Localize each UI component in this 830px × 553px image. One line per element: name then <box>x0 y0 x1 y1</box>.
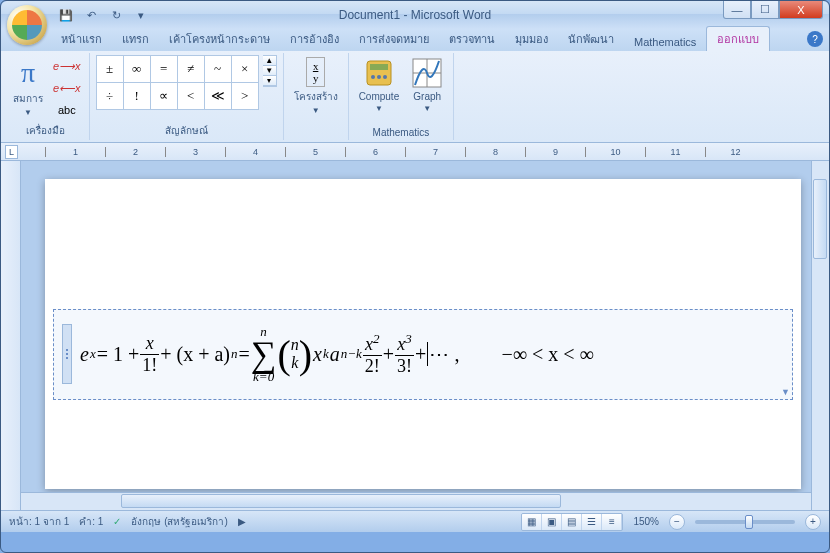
maximize-button[interactable]: ☐ <box>751 1 779 19</box>
tab-page-layout[interactable]: เค้าโครงหน้ากระดาษ <box>159 27 280 51</box>
outline-view[interactable]: ☰ <box>582 514 602 530</box>
page-status[interactable]: หน้า: 1 จาก 1 <box>9 514 69 529</box>
symbol-grid: ± ∞ = ≠ ~ × ÷ ! ∝ < ≪ > <box>96 55 259 110</box>
graph-button[interactable]: Graph ▼ <box>407 55 447 115</box>
structure-fraction-button[interactable]: xy โครงสร้าง ▼ <box>290 55 342 117</box>
tab-mailings[interactable]: การส่งจดหมาย <box>349 27 439 51</box>
statusbar: หน้า: 1 จาก 1 คำ: 1 ✓ อังกฤษ (สหรัฐอเมริ… <box>1 510 829 532</box>
svg-point-3 <box>377 75 381 79</box>
tab-insert[interactable]: แทรก <box>112 27 159 51</box>
scroll-thumb[interactable] <box>813 179 827 259</box>
symbol-scroll: ▲ ▼ ▾ <box>263 55 277 87</box>
sym-ll[interactable]: ≪ <box>205 83 231 109</box>
window-title: Document1 - Microsoft Word <box>339 8 492 22</box>
help-icon[interactable]: ? <box>807 31 823 47</box>
sym-tilde[interactable]: ~ <box>205 56 231 82</box>
equation-box[interactable]: ex = 1 + x1! + (x + a)n = n∑k=0 (nk) xk … <box>53 309 793 400</box>
macro-icon[interactable]: ▶ <box>238 516 246 527</box>
scroll-more-icon[interactable]: ▾ <box>263 76 276 86</box>
proofing-icon[interactable]: ✓ <box>113 516 121 527</box>
close-button[interactable]: X <box>779 1 823 19</box>
web-layout-view[interactable]: ▤ <box>562 514 582 530</box>
compute-icon <box>363 57 395 89</box>
normal-text-button[interactable]: abc <box>51 99 83 121</box>
group-mathematics: Compute ▼ Graph ▼ Mathematics <box>349 53 455 140</box>
linear-button[interactable]: e⟵x <box>51 77 83 99</box>
tab-view[interactable]: มุมมอง <box>505 27 558 51</box>
sym-prop[interactable]: ∝ <box>151 83 177 109</box>
office-button[interactable] <box>7 5 47 45</box>
horizontal-scrollbar[interactable] <box>21 492 811 510</box>
graph-icon <box>411 57 443 89</box>
scroll-thumb[interactable] <box>121 494 561 508</box>
sym-fact[interactable]: ! <box>124 83 150 109</box>
vertical-ruler[interactable] <box>1 161 21 510</box>
equation-button[interactable]: π สมการ ▼ <box>9 55 47 119</box>
language-status[interactable]: อังกฤษ (สหรัฐอเมริกา) <box>131 514 227 529</box>
tab-design[interactable]: ออกแบบ <box>706 26 770 51</box>
sym-div[interactable]: ÷ <box>97 83 123 109</box>
print-layout-view[interactable]: ▦ <box>522 514 542 530</box>
equation-options-icon[interactable]: ▼ <box>781 387 790 397</box>
window-controls: — ☐ X <box>723 1 823 19</box>
sym-pm[interactable]: ± <box>97 56 123 82</box>
zoom-level[interactable]: 150% <box>633 516 659 527</box>
sym-lt[interactable]: < <box>178 83 204 109</box>
zoom-out-button[interactable]: − <box>669 514 685 530</box>
compute-button[interactable]: Compute ▼ <box>355 55 404 115</box>
redo-icon[interactable]: ↻ <box>105 4 127 26</box>
group-symbols: ± ∞ = ≠ ~ × ÷ ! ∝ < ≪ > ▲ ▼ ▾ สัญลักษณ์ <box>90 53 284 140</box>
scroll-up-icon[interactable]: ▲ <box>263 56 276 66</box>
sym-gt[interactable]: > <box>232 83 258 109</box>
chevron-down-icon: ▼ <box>312 106 320 115</box>
minimize-button[interactable]: — <box>723 1 751 19</box>
chevron-down-icon: ▼ <box>24 108 32 117</box>
cursor <box>427 342 428 366</box>
ribbon: π สมการ ▼ e⟶x e⟵x abc เครื่องมือ ± ∞ = ≠… <box>1 51 829 143</box>
sym-times[interactable]: × <box>232 56 258 82</box>
tab-mathematics[interactable]: Mathematics <box>624 33 706 51</box>
undo-icon[interactable]: ↶ <box>80 4 102 26</box>
zoom-knob[interactable] <box>745 515 753 529</box>
vertical-scrollbar[interactable] <box>811 161 829 510</box>
chevron-down-icon: ▼ <box>423 104 431 113</box>
tab-developer[interactable]: นักพัฒนา <box>558 27 624 51</box>
group-structures: xy โครงสร้าง ▼ <box>284 53 349 140</box>
tab-review[interactable]: ตรวจทาน <box>439 27 505 51</box>
ribbon-tabs: หน้าแรก แทรก เค้าโครงหน้ากระดาษ การอ้างอ… <box>1 29 829 51</box>
zoom-slider[interactable] <box>695 520 795 524</box>
sym-eq[interactable]: = <box>151 56 177 82</box>
quick-access-toolbar: 💾 ↶ ↻ ▾ <box>55 4 152 26</box>
professional-button[interactable]: e⟶x <box>51 55 83 77</box>
view-buttons: ▦ ▣ ▤ ☰ ≡ <box>521 513 623 531</box>
pi-icon: π <box>21 57 35 89</box>
titlebar: 💾 ↶ ↻ ▾ Document1 - Microsoft Word — ☐ X <box>1 1 829 29</box>
group-tools: π สมการ ▼ e⟶x e⟵x abc เครื่องมือ <box>3 53 90 140</box>
zoom-in-button[interactable]: + <box>805 514 821 530</box>
sym-neq[interactable]: ≠ <box>178 56 204 82</box>
full-screen-view[interactable]: ▣ <box>542 514 562 530</box>
horizontal-ruler[interactable]: L 1 2 3 4 5 6 7 8 9 10 11 12 <box>1 143 829 161</box>
document-area: ex = 1 + x1! + (x + a)n = n∑k=0 (nk) xk … <box>1 161 829 510</box>
tab-references[interactable]: การอ้างอิง <box>280 27 349 51</box>
svg-rect-1 <box>370 64 388 70</box>
tab-home[interactable]: หน้าแรก <box>51 27 112 51</box>
equation-content[interactable]: ex = 1 + x1! + (x + a)n = n∑k=0 (nk) xk … <box>80 324 594 385</box>
sym-inf[interactable]: ∞ <box>124 56 150 82</box>
svg-point-2 <box>371 75 375 79</box>
chevron-down-icon: ▼ <box>375 104 383 113</box>
equation-handle[interactable] <box>62 324 72 384</box>
qat-dropdown-icon[interactable]: ▾ <box>130 4 152 26</box>
tab-selector[interactable]: L <box>5 145 18 159</box>
scroll-down-icon[interactable]: ▼ <box>263 66 276 76</box>
fraction-icon: xy <box>306 57 326 87</box>
svg-point-4 <box>383 75 387 79</box>
save-icon[interactable]: 💾 <box>55 4 77 26</box>
page[interactable]: ex = 1 + x1! + (x + a)n = n∑k=0 (nk) xk … <box>45 179 801 489</box>
word-count[interactable]: คำ: 1 <box>79 514 103 529</box>
draft-view[interactable]: ≡ <box>602 514 622 530</box>
